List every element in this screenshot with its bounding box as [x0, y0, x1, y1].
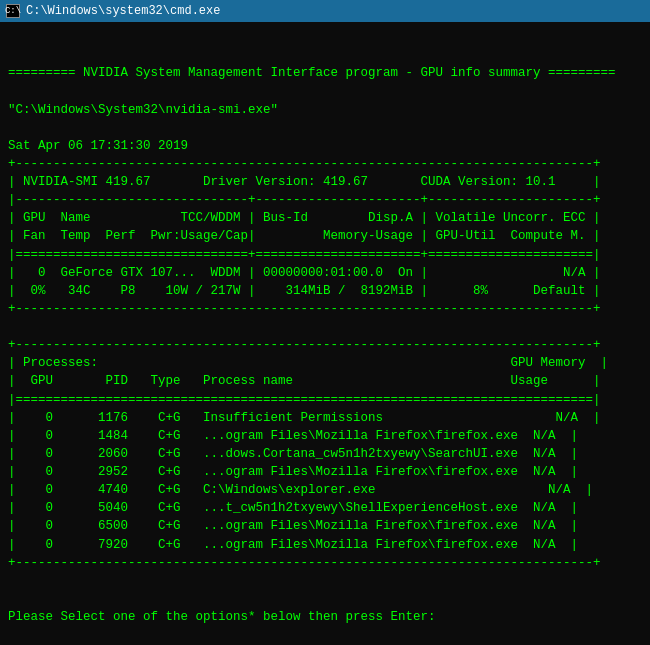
titlebar-title: C:\Windows\system32\cmd.exe: [26, 4, 220, 18]
terminal-output: ========= NVIDIA System Management Inter…: [0, 22, 650, 645]
terminal-content: ========= NVIDIA System Management Inter…: [8, 66, 616, 645]
titlebar: C:\ C:\Windows\system32\cmd.exe: [0, 0, 650, 22]
cmd-icon: C:\: [6, 4, 20, 18]
